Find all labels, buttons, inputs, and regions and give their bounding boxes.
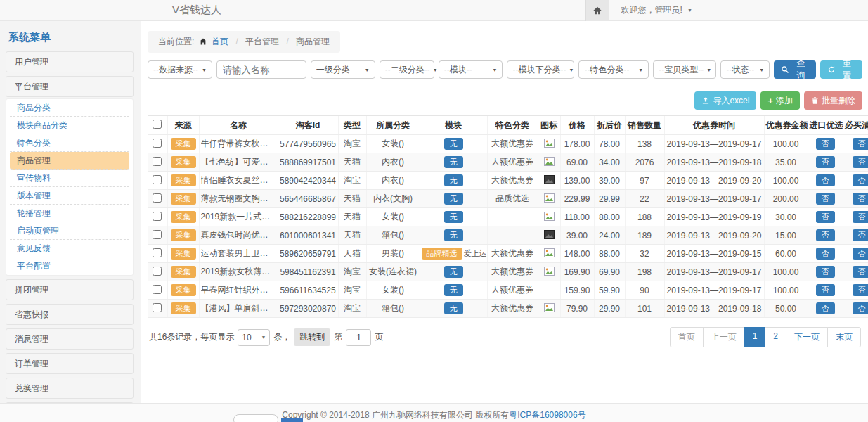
import-select-toggle[interactable]: 否 (816, 211, 835, 223)
sidebar-item-module-goods-category[interactable]: 模块商品分类 (10, 117, 129, 134)
row-checkbox[interactable] (153, 175, 162, 184)
sidebar-item-goods-mgmt[interactable]: 商品管理 (10, 152, 129, 170)
must-buy-toggle[interactable]: 否 (853, 211, 868, 223)
sidebar-group-exchange-mgmt[interactable]: 兑换管理 (6, 378, 134, 399)
sidebar-group-group-buy-mgmt[interactable]: 拼团管理 (6, 279, 134, 300)
user-menu[interactable]: 欢迎您，管理员! ▼ (621, 4, 692, 16)
module-select[interactable]: --模块--▼ (439, 60, 503, 79)
sidebar-group-user-mgmt[interactable]: 用户管理 (6, 51, 134, 72)
cell-select (148, 135, 167, 153)
name-input[interactable] (216, 60, 306, 79)
sidebar-group-message-mgmt[interactable]: 消息管理 (6, 328, 134, 350)
import-select-toggle[interactable]: 否 (816, 302, 835, 314)
status-select[interactable]: --状态--▼ (720, 60, 770, 79)
cell-select (148, 172, 167, 190)
cell-sales: 189 (625, 226, 664, 245)
sidebar-item-carousel-mgmt[interactable]: 轮播管理 (10, 205, 129, 222)
pager-item-末页[interactable]: 末页 (827, 327, 861, 347)
must-buy-toggle[interactable]: 否 (853, 266, 868, 278)
row-checkbox[interactable] (153, 267, 162, 276)
caret-down-icon: ▼ (365, 68, 370, 72)
sidebar-group-order-mgmt[interactable]: 订单管理 (6, 353, 134, 374)
must-buy-toggle[interactable]: 否 (853, 156, 868, 168)
must-buy-toggle[interactable]: 否 (853, 229, 868, 241)
cell-icon (538, 300, 560, 318)
import-select-toggle[interactable]: 否 (816, 156, 835, 168)
must-buy-toggle[interactable]: 否 (853, 302, 868, 314)
feature-category-select[interactable]: --特色分类--▼ (578, 60, 649, 79)
pager-item-首页[interactable]: 首页 (670, 327, 704, 347)
col-taoke-id: 淘客Id (278, 116, 338, 135)
module-sub-select[interactable]: --模块下分类--▼ (507, 60, 574, 79)
import-select-toggle[interactable]: 否 (816, 266, 835, 278)
pager-item-1[interactable]: 1 (744, 327, 766, 347)
product-thumbnail-icon (544, 139, 555, 148)
cell-icon (538, 135, 560, 153)
sidebar-item-version-mgmt[interactable]: 版本管理 (10, 187, 129, 205)
select-all-checkbox[interactable] (153, 120, 162, 129)
top-navbar: V省钱达人 欢迎您，管理员! ▼ (0, 0, 868, 21)
sidebar-item-splash-page-mgmt[interactable]: 启动页管理 (10, 222, 129, 240)
caret-down-icon: ▼ (569, 68, 574, 72)
pager-item-2[interactable]: 2 (765, 327, 786, 347)
cell-discount: 59.90 (594, 281, 625, 300)
pager-item-上一页[interactable]: 上一页 (703, 327, 745, 347)
cell-sales: 198 (625, 263, 664, 281)
import-select-toggle[interactable]: 否 (816, 138, 835, 150)
import-select-toggle[interactable]: 否 (816, 174, 835, 186)
import-select-toggle[interactable]: 否 (816, 229, 835, 241)
sidebar-item-feedback[interactable]: 意见反馈 (10, 240, 129, 257)
data-source-select[interactable]: --数据来源--▼ (148, 60, 212, 79)
add-button[interactable]: + 添加 (760, 91, 800, 110)
must-buy-toggle[interactable]: 否 (853, 193, 868, 205)
must-buy-toggle[interactable]: 否 (853, 248, 868, 260)
must-buy-toggle[interactable]: 否 (853, 174, 868, 186)
cell-coupon-amount: 100.00 (764, 172, 808, 190)
cell-taoke-id: 597293020870 (278, 300, 338, 318)
icp-link[interactable]: 粤ICP备16098006号 (509, 410, 585, 420)
cell-must-buy: 否 (843, 300, 868, 318)
jump-page-input[interactable] (346, 329, 371, 346)
cell-import-select: 否 (808, 153, 843, 172)
row-checkbox[interactable] (153, 230, 162, 239)
row-checkbox[interactable] (153, 303, 162, 312)
import-select-toggle[interactable]: 否 (816, 284, 835, 296)
row-checkbox[interactable] (153, 212, 162, 221)
home-button[interactable] (585, 0, 609, 21)
sidebar-group-province-news[interactable]: 省惠快报 (6, 304, 134, 325)
sidebar-item-feature-category[interactable]: 特色分类 (10, 134, 129, 152)
must-buy-toggle[interactable]: 否 (853, 138, 868, 150)
cell-must-buy: 否 (843, 263, 868, 281)
sidebar-item-goods-category[interactable]: 商品分类 (10, 99, 129, 117)
level1-category-select[interactable]: 一级分类▼ (311, 60, 375, 79)
jump-button[interactable]: 跳转到 (294, 328, 330, 346)
item-type-select[interactable]: --宝贝类型--▼ (653, 60, 716, 79)
sidebar-item-platform-config[interactable]: 平台配置 (10, 257, 129, 275)
page-size-select[interactable]: 10 ▼ (238, 329, 270, 346)
sidebar-item-promo-material[interactable]: 宣传物料 (10, 170, 129, 187)
must-buy-toggle[interactable]: 否 (853, 284, 868, 296)
import-select-toggle[interactable]: 否 (816, 193, 835, 205)
table-row: 采集薄款无钢圈文胸聚拢性...565446685867天猫内衣(文胸)无品质优选… (148, 190, 868, 208)
import-excel-button[interactable]: 导入excel (694, 91, 756, 110)
cell-select (148, 208, 167, 226)
sidebar-group-platform-mgmt[interactable]: 平台管理 (6, 76, 134, 97)
batch-delete-button[interactable]: 批量删除 (804, 91, 862, 110)
reset-button[interactable]: 重置 (820, 60, 862, 79)
row-checkbox[interactable] (153, 248, 162, 257)
level2-category-select[interactable]: --二级分类--▼ (380, 60, 434, 79)
cell-coupon-amount: 200.00 (764, 190, 808, 208)
cell-category: 内衣(文胸) (366, 190, 420, 208)
cell-taoke-id: 577479560965 (278, 135, 338, 153)
import-select-toggle[interactable]: 否 (816, 248, 835, 260)
breadcrumb-home-link[interactable]: 首页 (212, 37, 228, 46)
row-checkbox[interactable] (153, 193, 162, 203)
row-checkbox[interactable] (153, 139, 162, 148)
row-checkbox[interactable] (153, 285, 162, 294)
product-thumbnail-icon (544, 175, 555, 184)
cell-price: 148.00 (560, 245, 594, 263)
row-checkbox[interactable] (153, 157, 162, 166)
search-button[interactable]: 查询 (774, 60, 816, 79)
col-coupon-amount: 优惠券金额 (764, 116, 808, 135)
pager-item-下一页[interactable]: 下一页 (786, 327, 828, 347)
